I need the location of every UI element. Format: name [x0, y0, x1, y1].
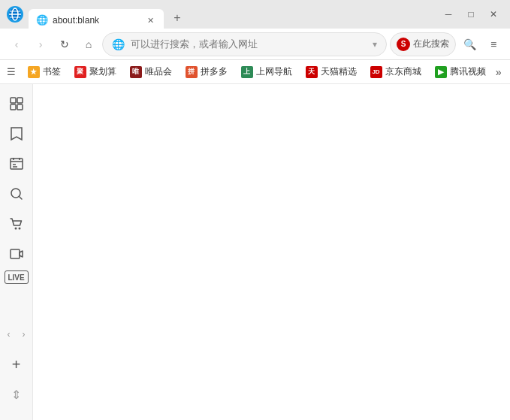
svg-line-17 — [19, 197, 22, 200]
forward-button[interactable]: › — [30, 34, 51, 55]
sidebar-bookmarks-icon[interactable] — [3, 120, 30, 147]
tianmao-label: 天猫精选 — [321, 65, 357, 78]
bookmark-tencent-video[interactable]: ▶ 腾讯视频 — [429, 63, 492, 80]
sidebar-nav-arrows: ‹ › — [2, 321, 31, 348]
jd-icon: JD — [370, 66, 382, 78]
bookmark-tianmao[interactable]: 天 天猫精选 — [300, 63, 363, 80]
close-button[interactable]: ✕ — [483, 4, 504, 25]
tianmao-icon: 天 — [306, 66, 318, 78]
svg-point-18 — [14, 228, 17, 230]
maximize-button[interactable]: □ — [460, 4, 481, 25]
bookmark-jd[interactable]: JD 京东商城 — [364, 63, 427, 80]
bookmarks-bar: ☰ ★ 书签 聚 聚划算 唯 唯品会 拼 拼多多 上 上网导航 天 天猫精选 J… — [0, 60, 510, 84]
sidebar-prev-button[interactable]: ‹ — [2, 324, 16, 345]
shuqian-icon: ★ — [28, 66, 40, 78]
window-controls: ─ □ ✕ — [438, 4, 504, 25]
svg-rect-12 — [13, 158, 14, 160]
active-tab[interactable]: 🌐 about:blank ✕ — [29, 9, 164, 32]
title-bar: 🌐 about:blank ✕ + ─ □ ✕ — [0, 0, 510, 29]
wangdaohang-icon: 上 — [241, 66, 253, 78]
new-tab-button[interactable]: + — [167, 8, 188, 29]
vip-label: 唯品会 — [145, 65, 172, 78]
bookmarks-more-button[interactable]: » — [493, 63, 505, 81]
address-dropdown-icon[interactable]: ▾ — [373, 39, 377, 50]
sidebar-search-icon[interactable] — [3, 180, 30, 207]
svg-rect-8 — [11, 104, 16, 110]
tab-strip: 🌐 about:blank ✕ + — [29, 0, 432, 29]
pinduoduo-icon: 拼 — [186, 66, 198, 78]
minimize-button[interactable]: ─ — [438, 4, 459, 25]
tencent-video-label: 腾讯视频 — [450, 65, 486, 78]
sidebar: LIVE ‹ › + ⇕ — [0, 84, 33, 420]
tab-favicon: 🌐 — [36, 14, 48, 26]
home-button[interactable]: ⌂ — [78, 34, 99, 55]
svg-rect-10 — [11, 159, 23, 169]
tab-title: about:blank — [53, 15, 140, 26]
sidebar-next-button[interactable]: › — [17, 324, 31, 345]
sidebar-tabs-icon[interactable] — [3, 90, 30, 117]
refresh-button[interactable]: ↻ — [54, 34, 75, 55]
juhuasuan-label: 聚划算 — [89, 65, 116, 78]
bookmark-juhuasuan[interactable]: 聚 聚划算 — [68, 63, 122, 80]
address-input[interactable] — [131, 38, 367, 50]
sidebar-history-icon[interactable] — [3, 150, 30, 177]
search-engine-selector[interactable]: S 在此搜索 — [390, 32, 456, 56]
shuqian-label: 书签 — [43, 65, 61, 78]
juhuasuan-icon: 聚 — [74, 66, 86, 78]
svg-rect-9 — [17, 104, 23, 110]
menu-button[interactable]: ≡ — [483, 34, 504, 55]
svg-rect-20 — [11, 249, 20, 258]
back-button[interactable]: ‹ — [6, 34, 27, 55]
bookmark-wangdaohang[interactable]: 上 上网导航 — [235, 63, 298, 80]
main-container: LIVE ‹ › + ⇕ — [0, 84, 510, 420]
sidebar-resize-icon[interactable]: ⇕ — [3, 381, 30, 408]
sidebar-bottom: ‹ › + ⇕ — [2, 321, 31, 414]
bookmark-shuqian[interactable]: ★ 书签 — [22, 63, 67, 80]
svg-point-19 — [18, 228, 20, 230]
sidebar-add-button[interactable]: + — [3, 351, 30, 378]
bookmarks-toggle-button[interactable]: ☰ — [6, 63, 17, 81]
search-engine-logo: S — [397, 38, 410, 51]
browser-logo — [6, 5, 24, 23]
pinduoduo-label: 拼多多 — [201, 65, 228, 78]
sidebar-cart-icon[interactable] — [3, 210, 30, 237]
address-bar[interactable]: 🌐 ▾ — [102, 32, 387, 56]
address-favicon: 🌐 — [112, 38, 125, 50]
bookmark-vip[interactable]: 唯 唯品会 — [124, 63, 178, 80]
svg-rect-7 — [17, 98, 23, 103]
tab-close-button[interactable]: ✕ — [144, 14, 156, 26]
tencent-video-icon: ▶ — [435, 66, 447, 78]
sidebar-video-icon[interactable] — [3, 240, 30, 267]
svg-rect-13 — [19, 158, 20, 160]
sidebar-live-icon[interactable]: LIVE — [5, 270, 29, 284]
svg-rect-6 — [11, 98, 16, 103]
content-area — [33, 84, 510, 420]
vip-icon: 唯 — [130, 66, 142, 78]
search-button[interactable]: 🔍 — [459, 34, 480, 55]
wangdaohang-label: 上网导航 — [256, 65, 292, 78]
bookmark-pinduoduo[interactable]: 拼 拼多多 — [180, 63, 234, 80]
jd-label: 京东商城 — [385, 65, 421, 78]
navigation-bar: ‹ › ↻ ⌂ 🌐 ▾ S 在此搜索 🔍 ≡ — [0, 29, 510, 60]
search-engine-label: 在此搜索 — [413, 38, 449, 50]
